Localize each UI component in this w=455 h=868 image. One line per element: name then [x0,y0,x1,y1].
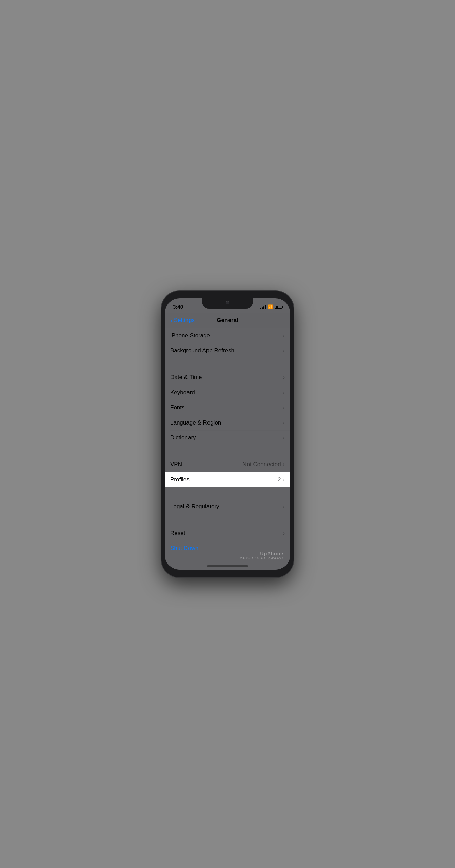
settings-content: iPhone Storage › Background App Refresh … [165,328,290,570]
row-iphone-storage[interactable]: iPhone Storage › [165,328,290,343]
watermark-bottom: PAYETTE FORWARD [240,556,283,560]
dictionary-label: Dictionary [170,434,196,441]
fonts-label: Fonts [170,404,185,411]
chevron-icon: › [283,477,285,483]
chevron-icon: › [283,435,285,441]
watermark-top: UpPhone [240,551,283,556]
vpn-label: VPN [170,461,182,468]
group-separator [165,487,290,499]
row-fonts[interactable]: Fonts › [165,400,290,415]
row-language-region[interactable]: Language & Region › [165,415,290,430]
chevron-icon: › [283,348,285,354]
back-chevron-icon: ‹ [170,317,173,324]
wifi-icon: 📶 [268,304,273,309]
chevron-icon: › [283,461,285,468]
chevron-icon: › [283,333,285,339]
row-right: › [283,405,285,411]
row-vpn[interactable]: VPN Not Connected › [165,457,290,472]
chevron-icon: › [283,390,285,396]
status-icons: 📶 [260,304,282,309]
notch [202,298,253,309]
group-vpn: VPN Not Connected › Profiles 2 › [165,457,290,487]
chevron-icon: › [283,374,285,380]
group-separator [165,514,290,526]
nav-bar: ‹ Settings General [165,313,290,328]
legal-regulatory-label: Legal & Regulatory [170,503,219,510]
back-label: Settings [174,317,195,324]
chevron-icon: › [283,420,285,426]
row-right: › [283,333,285,339]
row-profiles[interactable]: Profiles 2 › [165,472,290,487]
iphone-storage-label: iPhone Storage [170,332,210,339]
row-right: › [283,530,285,536]
chevron-icon: › [283,530,285,536]
group-separator [165,358,290,370]
group-separator [165,445,290,457]
background-app-refresh-label: Background App Refresh [170,347,234,354]
profiles-label: Profiles [170,476,190,483]
watermark: UpPhone PAYETTE FORWARD [240,551,283,560]
back-button[interactable]: ‹ Settings [170,317,195,324]
row-legal-regulatory[interactable]: Legal & Regulatory › [165,499,290,514]
profiles-value: 2 [278,476,281,483]
phone-frame: 3:40 📶 ‹ Settings General [161,291,294,577]
row-right: › [283,390,285,396]
date-time-label: Date & Time [170,374,202,381]
reset-label: Reset [170,530,185,537]
battery-icon [275,305,282,309]
language-region-label: Language & Region [170,419,221,426]
signal-icon [260,305,266,309]
vpn-value: Not Connected [242,461,281,468]
shut-down-label: Shut Down [170,545,198,552]
home-indicator[interactable] [207,565,248,567]
group-legal: Legal & Regulatory › [165,499,290,514]
group-storage: iPhone Storage › Background App Refresh … [165,328,290,358]
camera [226,301,229,304]
row-dictionary[interactable]: Dictionary › [165,430,290,445]
page-title: General [217,317,238,324]
row-right: 2 › [278,476,285,483]
keyboard-label: Keyboard [170,389,195,396]
row-right: › [283,348,285,354]
chevron-icon: › [283,504,285,510]
row-right: Not Connected › [242,461,285,468]
row-date-time[interactable]: Date & Time › [165,370,290,385]
row-reset[interactable]: Reset › [165,526,290,541]
row-keyboard[interactable]: Keyboard › [165,385,290,400]
row-right: › [283,374,285,380]
group-locale: Date & Time › Keyboard › Fonts › [165,370,290,445]
screen: 3:40 📶 ‹ Settings General [165,298,290,570]
row-right: › [283,435,285,441]
status-time: 3:40 [173,304,183,310]
row-right: › [283,504,285,510]
row-background-app-refresh[interactable]: Background App Refresh › [165,343,290,358]
chevron-icon: › [283,405,285,411]
row-right: › [283,420,285,426]
